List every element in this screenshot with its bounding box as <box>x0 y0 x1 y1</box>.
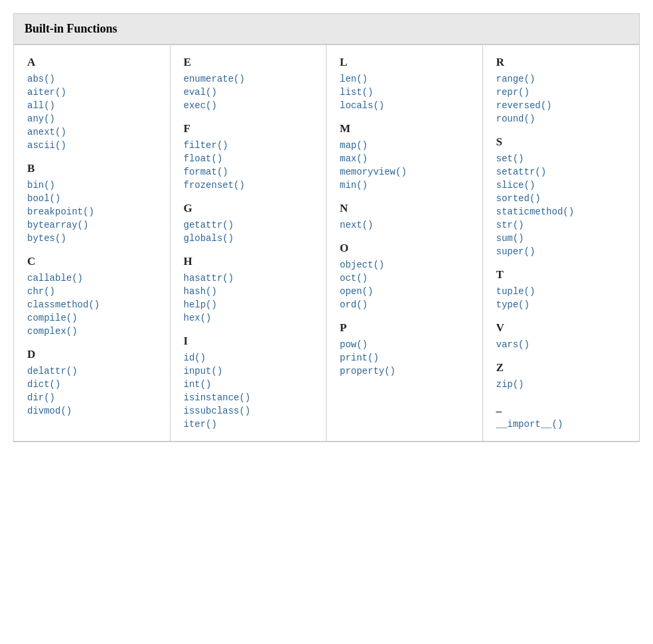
list-item: exec() <box>184 98 313 112</box>
section-r: Rrange()repr()reversed()round() <box>496 56 626 125</box>
function-link[interactable]: iter() <box>184 419 217 430</box>
list-item: hasattr() <box>184 271 313 284</box>
function-link[interactable]: any() <box>27 114 55 124</box>
func-list-a: abs()aiter()all()any()anext()ascii() <box>27 72 157 151</box>
function-link[interactable]: dir() <box>27 392 55 403</box>
function-link[interactable]: float() <box>184 153 223 164</box>
function-link[interactable]: zip() <box>496 379 524 390</box>
function-link[interactable]: bin() <box>27 180 55 191</box>
function-link[interactable]: setattr() <box>496 167 547 177</box>
function-link[interactable]: enumerate() <box>184 74 245 84</box>
function-link[interactable]: sum() <box>496 233 524 244</box>
function-link[interactable]: slice() <box>496 180 536 191</box>
function-link[interactable]: eval() <box>184 87 217 98</box>
function-link[interactable]: filter() <box>184 140 228 151</box>
function-link[interactable]: ascii() <box>27 140 66 151</box>
function-link[interactable]: getattr() <box>184 220 234 230</box>
function-link[interactable]: min() <box>340 180 368 191</box>
function-link[interactable]: __import__() <box>496 419 563 430</box>
function-link[interactable]: str() <box>496 220 524 230</box>
list-item: object() <box>340 258 469 271</box>
function-link[interactable]: hasattr() <box>184 273 234 283</box>
table-title: Built-in Functions <box>25 22 117 35</box>
function-link[interactable]: staticmethod() <box>496 206 575 217</box>
function-link[interactable]: int() <box>184 379 212 390</box>
function-link[interactable]: isinstance() <box>184 392 251 403</box>
func-list-b: bin()bool()breakpoint()bytearray()bytes(… <box>27 178 157 244</box>
function-link[interactable]: complex() <box>27 326 78 337</box>
function-link[interactable]: input() <box>184 366 223 376</box>
function-link[interactable]: id() <box>184 353 206 363</box>
function-link[interactable]: locals() <box>340 100 384 111</box>
list-item: super() <box>496 244 626 258</box>
function-link[interactable]: tuple() <box>496 286 536 297</box>
list-item: input() <box>184 364 313 377</box>
function-link[interactable]: repr() <box>496 87 530 98</box>
section-f: Ffilter()float()format()frozenset() <box>184 122 313 191</box>
function-link[interactable]: next() <box>340 220 373 230</box>
function-link[interactable]: list() <box>340 87 373 98</box>
list-item: next() <box>340 218 469 231</box>
function-link[interactable]: exec() <box>184 100 217 111</box>
function-link[interactable]: object() <box>340 260 384 270</box>
section-m: Mmap()max()memoryview()min() <box>340 122 469 191</box>
function-link[interactable]: all() <box>27 100 55 111</box>
letter-heading-n: N <box>340 202 469 215</box>
function-link[interactable]: type() <box>496 299 530 310</box>
function-link[interactable]: property() <box>340 366 396 376</box>
func-list-m: map()max()memoryview()min() <box>340 138 469 191</box>
function-link[interactable]: round() <box>496 114 536 124</box>
function-link[interactable]: vars() <box>496 339 530 350</box>
list-item: dir() <box>27 390 157 404</box>
function-link[interactable]: oct() <box>340 273 368 283</box>
function-link[interactable]: help() <box>184 299 217 310</box>
letter-heading-f: F <box>184 122 313 135</box>
list-item: enumerate() <box>184 72 313 85</box>
section-e: Eenumerate()eval()exec() <box>184 56 313 112</box>
function-link[interactable]: bytearray() <box>27 220 88 230</box>
function-link[interactable]: sorted() <box>496 193 541 204</box>
function-link[interactable]: abs() <box>27 74 55 84</box>
function-link[interactable]: range() <box>496 74 536 84</box>
function-link[interactable]: set() <box>496 153 524 164</box>
function-link[interactable]: chr() <box>27 286 55 297</box>
function-link[interactable]: max() <box>340 153 368 164</box>
function-link[interactable]: callable() <box>27 273 83 283</box>
section-a: Aabs()aiter()all()any()anext()ascii() <box>27 56 157 151</box>
list-item: compile() <box>27 311 157 324</box>
function-link[interactable]: anext() <box>27 127 66 137</box>
function-link[interactable]: bytes() <box>27 233 66 244</box>
function-link[interactable]: compile() <box>27 313 78 323</box>
function-link[interactable]: print() <box>340 353 379 363</box>
function-link[interactable]: len() <box>340 74 368 84</box>
list-item: chr() <box>27 284 157 297</box>
function-link[interactable]: frozenset() <box>184 180 245 191</box>
function-link[interactable]: dict() <box>27 379 60 390</box>
function-link[interactable]: super() <box>496 246 536 257</box>
function-link[interactable]: bool() <box>27 193 60 204</box>
column-1: Eenumerate()eval()exec()Ffilter()float()… <box>171 45 327 442</box>
func-list-_: __import__() <box>496 417 626 430</box>
list-item: round() <box>496 112 626 125</box>
list-item: complex() <box>27 324 157 337</box>
function-link[interactable]: hash() <box>184 286 217 297</box>
letter-heading-e: E <box>184 56 313 69</box>
func-list-p: pow()print()property() <box>340 337 469 377</box>
function-link[interactable]: issubclass() <box>184 406 251 416</box>
function-link[interactable]: breakpoint() <box>27 206 94 217</box>
function-link[interactable]: open() <box>340 286 373 297</box>
function-link[interactable]: pow() <box>340 339 368 350</box>
function-link[interactable]: map() <box>340 140 368 151</box>
function-link[interactable]: reversed() <box>496 100 552 111</box>
list-item: bool() <box>27 191 157 204</box>
function-link[interactable]: delattr() <box>27 366 78 376</box>
function-link[interactable]: globals() <box>184 233 234 244</box>
function-link[interactable]: ord() <box>340 299 368 310</box>
function-link[interactable]: classmethod() <box>27 299 100 310</box>
list-item: divmod() <box>27 404 157 417</box>
function-link[interactable]: divmod() <box>27 406 72 416</box>
function-link[interactable]: aiter() <box>27 87 66 98</box>
function-link[interactable]: memoryview() <box>340 167 407 177</box>
function-link[interactable]: format() <box>184 167 228 177</box>
function-link[interactable]: hex() <box>184 313 212 323</box>
